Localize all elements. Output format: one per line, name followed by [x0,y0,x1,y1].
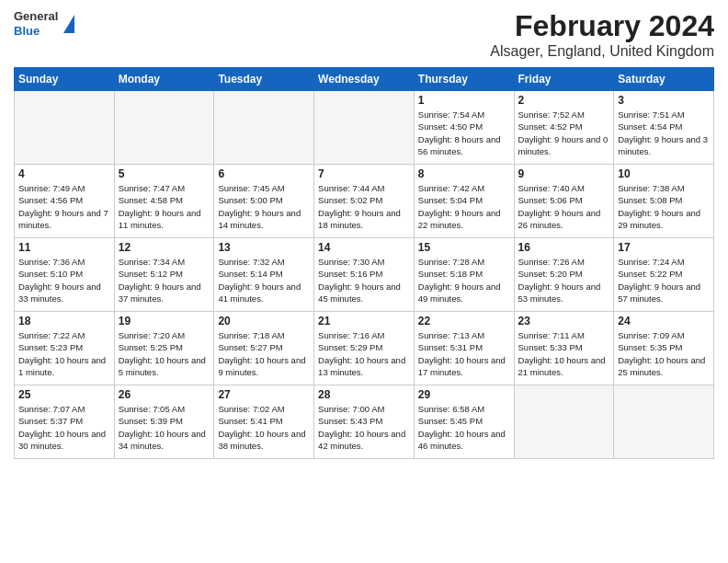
day-info-line: Sunset: 5:14 PM [218,268,310,280]
day-number: 21 [318,315,410,327]
day-number: 25 [18,388,110,401]
calendar-cell: 8Sunrise: 7:42 AMSunset: 5:04 PMDaylight… [414,165,514,238]
logo-blue: Blue [14,24,58,39]
calendar-cell: 11Sunrise: 7:36 AMSunset: 5:10 PMDayligh… [15,238,115,312]
day-info: Sunrise: 6:58 AMSunset: 5:45 PMDaylight:… [418,403,510,452]
day-info-line: Daylight: 9 hours and 57 minutes. [618,281,710,305]
day-info-line: Sunset: 5:41 PM [218,415,310,427]
day-info-line: Daylight: 9 hours and 41 minutes. [218,281,310,305]
day-info-line: Sunset: 5:39 PM [119,415,210,427]
calendar-cell [314,91,415,165]
day-number: 16 [518,241,610,254]
day-info-line: Sunset: 5:18 PM [418,268,510,280]
day-info: Sunrise: 7:47 AMSunset: 4:58 PMDaylight:… [119,182,210,231]
day-info-line: Daylight: 10 hours and 13 minutes. [318,354,410,379]
calendar-cell: 7Sunrise: 7:44 AMSunset: 5:02 PMDaylight… [314,165,415,238]
day-info-line: Sunrise: 7:24 AM [618,256,710,268]
day-info: Sunrise: 7:18 AMSunset: 5:27 PMDaylight:… [218,329,310,378]
day-info-line: Sunrise: 7:40 AM [518,182,610,194]
day-info-line: Daylight: 9 hours and 53 minutes. [518,281,610,305]
calendar-cell: 10Sunrise: 7:38 AMSunset: 5:08 PMDayligh… [614,165,714,238]
day-number: 17 [618,241,710,254]
day-info-line: Sunrise: 7:42 AM [418,182,510,194]
day-number: 7 [318,167,410,180]
day-info: Sunrise: 7:45 AMSunset: 5:00 PMDaylight:… [218,182,310,231]
day-number: 2 [518,94,610,107]
day-number: 22 [418,315,510,327]
day-info-line: Sunset: 5:02 PM [318,194,410,206]
day-info-line: Sunrise: 6:58 AM [418,403,510,415]
day-info-line: Daylight: 9 hours and 33 minutes. [18,281,110,305]
day-info: Sunrise: 7:34 AMSunset: 5:12 PMDaylight:… [119,256,210,304]
day-info: Sunrise: 7:42 AMSunset: 5:04 PMDaylight:… [418,182,510,231]
page-header: General Blue February 2024 Alsager, Engl… [14,9,714,60]
day-info: Sunrise: 7:26 AMSunset: 5:20 PMDaylight:… [518,256,610,304]
day-info-line: Daylight: 9 hours and 26 minutes. [518,207,610,232]
day-info-line: Daylight: 9 hours and 49 minutes. [418,281,510,305]
logo-text: General Blue [14,9,58,38]
weekday-header-thursday: Thursday [414,68,514,91]
day-info-line: Sunrise: 7:11 AM [518,329,610,341]
calendar-cell: 13Sunrise: 7:32 AMSunset: 5:14 PMDayligh… [214,238,314,312]
calendar-week-row-1: 1Sunrise: 7:54 AMSunset: 4:50 PMDaylight… [15,91,714,165]
day-number: 13 [218,241,310,254]
day-info-line: Sunrise: 7:26 AM [518,256,610,268]
calendar-cell: 17Sunrise: 7:24 AMSunset: 5:22 PMDayligh… [614,238,714,312]
day-info-line: Sunrise: 7:09 AM [618,329,710,341]
day-info: Sunrise: 7:02 AMSunset: 5:41 PMDaylight:… [218,403,310,452]
day-number: 5 [119,167,210,180]
day-info: Sunrise: 7:22 AMSunset: 5:23 PMDaylight:… [18,329,110,378]
calendar-cell: 26Sunrise: 7:05 AMSunset: 5:39 PMDayligh… [114,385,214,459]
day-info: Sunrise: 7:09 AMSunset: 5:35 PMDaylight:… [618,329,710,378]
day-info: Sunrise: 7:24 AMSunset: 5:22 PMDaylight:… [618,256,710,304]
calendar-cell: 5Sunrise: 7:47 AMSunset: 4:58 PMDaylight… [114,165,214,238]
day-number: 11 [18,241,110,254]
calendar-cell: 22Sunrise: 7:13 AMSunset: 5:31 PMDayligh… [414,312,514,385]
day-info-line: Daylight: 10 hours and 42 minutes. [318,428,410,453]
day-info-line: Daylight: 10 hours and 34 minutes. [119,428,210,453]
day-info: Sunrise: 7:51 AMSunset: 4:54 PMDaylight:… [618,109,710,157]
day-info: Sunrise: 7:36 AMSunset: 5:10 PMDaylight:… [18,256,110,304]
calendar-cell: 21Sunrise: 7:16 AMSunset: 5:29 PMDayligh… [314,312,415,385]
calendar-cell [514,385,614,459]
day-info-line: Sunset: 4:52 PM [518,121,610,132]
day-info-line: Sunset: 5:20 PM [518,268,610,280]
day-info: Sunrise: 7:07 AMSunset: 5:37 PMDaylight:… [18,403,110,452]
day-info-line: Daylight: 9 hours and 22 minutes. [418,207,510,232]
calendar-cell: 28Sunrise: 7:00 AMSunset: 5:43 PMDayligh… [314,385,415,459]
day-info-line: Sunrise: 7:30 AM [318,256,410,268]
calendar-week-row-5: 25Sunrise: 7:07 AMSunset: 5:37 PMDayligh… [15,385,714,459]
day-number: 14 [318,241,410,254]
day-number: 23 [518,315,610,327]
day-info-line: Sunset: 5:04 PM [418,194,510,206]
calendar-week-row-4: 18Sunrise: 7:22 AMSunset: 5:23 PMDayligh… [15,312,714,385]
day-info-line: Sunset: 5:31 PM [418,341,510,353]
calendar-cell: 4Sunrise: 7:49 AMSunset: 4:56 PMDaylight… [15,165,115,238]
day-number: 3 [618,94,710,107]
day-info: Sunrise: 7:28 AMSunset: 5:18 PMDaylight:… [418,256,510,304]
day-info-line: Sunrise: 7:00 AM [318,403,410,415]
day-info-line: Daylight: 10 hours and 25 minutes. [618,354,710,379]
calendar-week-row-2: 4Sunrise: 7:49 AMSunset: 4:56 PMDaylight… [15,165,714,238]
calendar-cell [214,91,314,165]
day-info-line: Daylight: 9 hours and 29 minutes. [618,207,710,232]
day-info-line: Sunset: 5:45 PM [418,415,510,427]
day-info-line: Daylight: 9 hours and 14 minutes. [218,207,310,232]
day-info-line: Daylight: 9 hours and 0 minutes. [518,133,610,158]
day-number: 18 [18,315,110,327]
day-number: 24 [618,315,710,327]
calendar-cell [614,385,714,459]
day-info-line: Daylight: 9 hours and 45 minutes. [318,281,410,305]
calendar-cell: 16Sunrise: 7:26 AMSunset: 5:20 PMDayligh… [514,238,614,312]
day-number: 20 [218,315,310,327]
day-info: Sunrise: 7:30 AMSunset: 5:16 PMDaylight:… [318,256,410,304]
calendar-cell: 2Sunrise: 7:52 AMSunset: 4:52 PMDaylight… [514,91,614,165]
day-number: 27 [218,388,310,401]
day-info: Sunrise: 7:44 AMSunset: 5:02 PMDaylight:… [318,182,410,231]
weekday-header-monday: Monday [114,68,214,91]
day-info: Sunrise: 7:13 AMSunset: 5:31 PMDaylight:… [418,329,510,378]
day-info-line: Daylight: 9 hours and 37 minutes. [119,281,210,305]
day-number: 12 [119,241,210,254]
day-info-line: Sunrise: 7:38 AM [618,182,710,194]
day-number: 28 [318,388,410,401]
